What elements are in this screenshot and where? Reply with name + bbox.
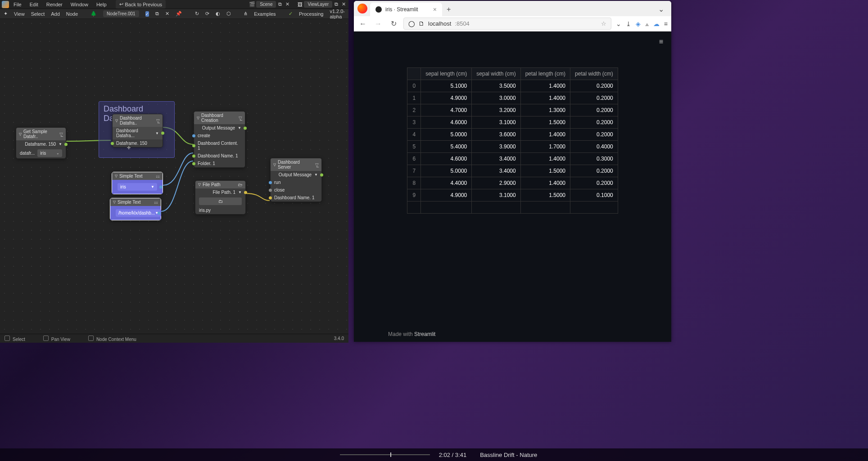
node-dashboard-dataframe[interactable]: ▽ Dashboard Datafra.. ▽̲ Dashboard Dataf… [112, 114, 163, 148]
pocket-icon[interactable]: ⌄ [616, 20, 621, 27]
close-tab-icon[interactable]: × [433, 6, 437, 13]
table-column-header[interactable]: petal width (cm) [570, 68, 618, 80]
input-socket[interactable] [269, 188, 272, 192]
filter-icon[interactable]: ▽̲ [315, 162, 319, 167]
iris-data-table[interactable]: sepal length (cm)sepal width (cm)petal l… [407, 67, 618, 214]
add-viewlayer-icon[interactable]: ⧉ [333, 1, 339, 8]
options-icon[interactable]: ⚏ [156, 174, 160, 179]
table-row[interactable]: 94.90003.10001.50000.1000 [407, 189, 618, 201]
table-row[interactable]: 55.40003.90001.70000.4000 [407, 141, 618, 153]
tab-list-dropdown-icon[interactable]: ⌄ [654, 2, 669, 16]
site-info-icon[interactable]: 🗋 [419, 20, 425, 27]
extension-icon-2[interactable]: ⟁ [645, 20, 649, 27]
node-header[interactable]: ▽ Dashboard Creation ▽̲ [194, 112, 245, 124]
dataframe-select[interactable]: iris ⌄ [37, 149, 62, 157]
input-socket[interactable] [192, 144, 195, 148]
table-row[interactable]: 64.60003.40001.40000.3000 [407, 153, 618, 165]
table-row[interactable]: 45.00003.60001.40000.2000 [407, 129, 618, 141]
options-icon[interactable]: ⚏ [154, 200, 158, 205]
input-socket[interactable] [269, 181, 272, 184]
output-socket[interactable] [244, 126, 247, 130]
node-header[interactable]: ▽ Simple Text ⚏ [112, 172, 163, 180]
table-row[interactable]: 34.60003.10001.50000.2000 [407, 116, 618, 129]
toolbar-unlink-icon[interactable]: ✕ [165, 11, 169, 17]
download-icon[interactable]: ⤓ [626, 20, 631, 27]
progress-knob[interactable] [390, 452, 391, 457]
node-header[interactable]: ▽ Dashboard Datafra.. ▽̲ [113, 114, 163, 127]
streamlit-menu-icon[interactable]: ≡ [659, 38, 663, 46]
menu-edit[interactable]: Edit [26, 0, 42, 9]
menu-window[interactable]: Window [67, 0, 92, 9]
toolbar-link-icon[interactable]: ⧉ [155, 11, 159, 17]
table-column-header[interactable]: petal length (cm) [520, 68, 570, 80]
toolbar-node[interactable]: Node [66, 11, 78, 17]
node-header[interactable]: ▽ Simple Text ⚏ [110, 198, 161, 206]
toolbar-pin-icon[interactable]: 📌 [176, 11, 182, 17]
path-field[interactable]: 🗀 [199, 197, 242, 205]
node-header[interactable]: ▽ Dashboard Server ▽̲ [271, 158, 321, 171]
url-bar[interactable]: ◯ 🗋 localhost:8504 ☆ [403, 18, 611, 30]
menu-help[interactable]: Help [93, 0, 110, 9]
toolbar-add[interactable]: Add [51, 11, 60, 17]
bookmark-icon[interactable]: ☆ [601, 20, 606, 27]
filter-icon[interactable]: ▽̲ [156, 118, 160, 123]
dropdown-icon[interactable]: ▼ [238, 126, 241, 130]
toolbar-icon-a[interactable]: ↻ [195, 11, 199, 17]
link-icon[interactable]: ⧉ [277, 1, 283, 8]
toolbar-icon-d[interactable]: ⬡ [226, 11, 231, 17]
node-get-sample-dataframe[interactable]: ▽ Get Sample Datafr.. ▽̲ Dataframe. 150 … [16, 127, 66, 159]
text-field[interactable]: iris ▼ [118, 183, 157, 191]
viewlayer-field[interactable]: ViewLayer [304, 1, 332, 8]
output-socket[interactable] [244, 191, 247, 194]
close-scene-icon[interactable]: ✕ [284, 1, 290, 8]
scene-field[interactable]: Scene [256, 1, 276, 8]
browser-tab[interactable]: iris · Streamlit × [370, 3, 442, 16]
input-socket[interactable] [269, 196, 272, 199]
back-button[interactable]: ← [357, 18, 368, 29]
node-file-path[interactable]: ▽ File Path 🗁 File Path. 1 ▼ 🗀 iris.py [195, 180, 246, 215]
close-viewlayer-icon[interactable]: ✕ [340, 1, 347, 8]
node-editor-canvas[interactable]: ▽ Get Sample Datafr.. ▽̲ Dataframe. 150 … [0, 19, 348, 334]
node-simple-text-1[interactable]: ▽ Simple Text ⚏ iris ▼ [112, 172, 163, 194]
menu-render[interactable]: Render [43, 0, 66, 9]
dropdown-icon[interactable]: ▼ [314, 173, 318, 177]
new-tab-button[interactable]: + [442, 3, 455, 16]
menu-icon[interactable]: ≡ [664, 20, 668, 27]
desktop-taskbar[interactable]: 2:02 / 3:41 Bassline Drift - Nature [0, 448, 868, 461]
input-socket[interactable] [192, 154, 195, 157]
node-header[interactable]: ▽ File Path 🗁 [195, 181, 245, 188]
output-socket[interactable] [159, 185, 163, 188]
output-socket[interactable] [64, 143, 68, 146]
node-dashboard-server[interactable]: ▽ Dashboard Server ▽̲ Output Message ▼ r… [270, 158, 322, 202]
menu-file[interactable]: File [10, 0, 25, 9]
extension-icon-1[interactable]: ◈ [636, 20, 641, 27]
node-header[interactable]: ▽ Get Sample Datafr.. ▽̲ [16, 128, 66, 140]
input-socket[interactable] [192, 134, 195, 137]
dropdown-icon[interactable]: ▼ [59, 142, 62, 146]
node-simple-text-2[interactable]: ▽ Simple Text ⚏ /home/klx/dashb... ▼ [110, 198, 161, 220]
toolbar-select[interactable]: Select [31, 11, 45, 17]
toolbar-icon-b[interactable]: ⟳ [205, 11, 209, 17]
extension-icon-3[interactable]: ☁ [653, 20, 660, 27]
node-dashboard-creation[interactable]: ▽ Dashboard Creation ▽̲ Output Message ▼… [194, 111, 245, 168]
forward-button[interactable]: → [373, 18, 384, 29]
input-socket[interactable] [192, 162, 195, 165]
output-socket[interactable] [158, 211, 161, 215]
shield-icon[interactable]: ◯ [408, 20, 415, 27]
table-row[interactable]: 84.40002.90001.40000.2000 [407, 177, 618, 189]
streamlit-link[interactable]: Streamlit [414, 331, 435, 337]
back-to-previous-button[interactable]: ↩ Back to Previous [116, 0, 166, 9]
dropdown-icon[interactable]: ▼ [155, 131, 159, 135]
reload-button[interactable]: ↻ [388, 18, 399, 29]
table-row[interactable]: 24.70003.20001.30000.2000 [407, 104, 618, 116]
table-column-header[interactable]: sepal length (cm) [421, 68, 472, 80]
table-row[interactable]: 14.90003.00001.40000.2000 [407, 92, 618, 104]
browse-icon[interactable]: 🗁 [238, 182, 243, 187]
table-row[interactable]: 75.00003.40001.50000.2000 [407, 165, 618, 177]
table-row[interactable]: 05.10003.50001.40000.2000 [407, 80, 618, 92]
editor-type-icon[interactable]: ✦ [4, 11, 8, 17]
toolbar-examples[interactable]: Examples [254, 11, 276, 17]
filter-icon[interactable]: ▽̲ [239, 116, 242, 121]
toolbar-view[interactable]: View [14, 11, 25, 17]
table-column-header[interactable]: sepal width (cm) [472, 68, 520, 80]
